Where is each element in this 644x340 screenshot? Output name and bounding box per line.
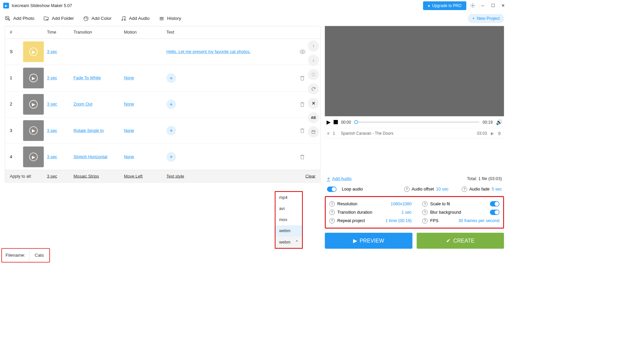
- calendar-button[interactable]: [308, 126, 319, 137]
- transition-link[interactable]: Stretch Horizontal: [74, 155, 107, 159]
- add-audio-button[interactable]: Add Audio: [121, 16, 150, 22]
- transition-link[interactable]: Rotate Single In: [74, 128, 104, 133]
- fps-value[interactable]: 30 frames per second: [459, 218, 500, 223]
- svg-point-0: [472, 5, 473, 6]
- resolution-value[interactable]: 1080x1080: [391, 202, 412, 206]
- transition-link[interactable]: Fade To White: [74, 76, 101, 80]
- upgrade-button[interactable]: ♦ Upgrade to PRO: [423, 1, 466, 10]
- scale-to-fit-toggle[interactable]: [490, 201, 499, 207]
- play-icon: ▶: [29, 74, 38, 82]
- menu-icon[interactable]: ≡: [327, 131, 330, 135]
- repeat-project-value[interactable]: 1 time (00:19): [385, 218, 412, 223]
- seek-slider[interactable]: [354, 122, 479, 123]
- time-link[interactable]: 3 sec: [47, 102, 57, 106]
- play-button[interactable]: ▶: [327, 119, 331, 125]
- audio-fade-label: Audio fade: [469, 187, 489, 192]
- new-project-button[interactable]: + New Project: [468, 14, 504, 23]
- add-color-button[interactable]: Add Color: [83, 16, 112, 22]
- maximize-icon[interactable]: ☐: [490, 3, 496, 8]
- apply-transition[interactable]: Mosaic Strips: [74, 174, 99, 178]
- shuffle-button[interactable]: ✕: [308, 98, 319, 109]
- help-icon[interactable]: ?: [404, 186, 410, 192]
- track-delete-icon[interactable]: 🗑: [498, 131, 502, 135]
- filename-input[interactable]: Cats: [29, 253, 49, 258]
- audio-fade-value[interactable]: 5 sec: [492, 187, 502, 192]
- apply-time[interactable]: 3 sec: [47, 174, 57, 178]
- transition-duration-value[interactable]: 1 sec: [401, 210, 412, 215]
- format-dropdown: mp4avimovwebm webm ⌃: [275, 191, 303, 249]
- help-icon[interactable]: ?: [422, 210, 428, 215]
- motion-link[interactable]: None: [124, 128, 134, 133]
- help-icon[interactable]: ?: [329, 201, 335, 207]
- preview-button[interactable]: ▶ PREVIEW: [325, 233, 412, 249]
- help-icon[interactable]: ?: [422, 218, 428, 223]
- volume-icon[interactable]: 🔊: [496, 119, 503, 125]
- blur-background-toggle[interactable]: [490, 210, 499, 215]
- help-icon[interactable]: ?: [422, 201, 428, 207]
- format-option-mov[interactable]: mov: [275, 214, 302, 225]
- toolbar: Add Photo Add Folder Add Color Add Audio…: [0, 11, 509, 26]
- audio-track-row: ≡ 1 Spanish Caravan - The Doors 03:03 ▶ …: [325, 128, 504, 139]
- minimize-icon[interactable]: ─: [480, 3, 485, 8]
- settings-icon[interactable]: [470, 3, 475, 8]
- add-folder-button[interactable]: Add Folder: [43, 16, 74, 22]
- total-time: 00:19: [483, 120, 493, 124]
- time-link[interactable]: 3 sec: [47, 128, 57, 133]
- svg-rect-14: [312, 130, 315, 133]
- apply-text-style[interactable]: Text style: [166, 174, 184, 178]
- row-number: 4: [10, 155, 23, 159]
- thumbnail[interactable]: ▶: [23, 68, 44, 88]
- transition-link[interactable]: Zoom Out: [74, 102, 92, 106]
- stop-button[interactable]: [334, 120, 338, 124]
- current-time: 00:00: [341, 120, 351, 124]
- time-link[interactable]: 3 sec: [47, 49, 57, 54]
- history-button[interactable]: History: [159, 16, 181, 22]
- help-icon[interactable]: ?: [329, 218, 335, 223]
- motion-link[interactable]: None: [124, 76, 134, 80]
- row-number: 1: [10, 76, 23, 80]
- add-text-button[interactable]: +: [166, 152, 176, 162]
- close-icon[interactable]: ✕: [500, 3, 506, 8]
- time-link[interactable]: 3 sec: [47, 76, 57, 80]
- thumbnail[interactable]: ▶: [23, 146, 44, 167]
- help-icon[interactable]: ?: [329, 210, 335, 215]
- add-audio-link[interactable]: +Add Audio: [327, 176, 351, 182]
- help-icon[interactable]: ?: [462, 186, 467, 192]
- format-selected[interactable]: webm ⌃: [275, 237, 302, 248]
- track-play-icon[interactable]: ▶: [491, 131, 494, 135]
- motion-link[interactable]: None: [124, 102, 134, 106]
- add-photo-button[interactable]: Add Photo: [5, 16, 34, 22]
- ab-button[interactable]: AB: [308, 112, 319, 123]
- slide-text[interactable]: Hello. Let me present my favorite cat ph…: [166, 49, 251, 54]
- motion-link[interactable]: None: [124, 155, 134, 159]
- time-link[interactable]: 3 sec: [47, 155, 57, 159]
- play-icon: ▶: [353, 238, 357, 244]
- add-text-button[interactable]: +: [166, 99, 176, 109]
- duplicate-button[interactable]: [308, 69, 319, 80]
- format-option-mp4[interactable]: mp4: [275, 192, 302, 203]
- row-number: 2: [10, 102, 23, 107]
- delete-icon[interactable]: [300, 154, 315, 160]
- refresh-button[interactable]: [308, 83, 319, 94]
- move-up-button[interactable]: ↑: [308, 40, 319, 51]
- add-text-button[interactable]: +: [166, 73, 176, 83]
- loop-audio-toggle[interactable]: [327, 186, 336, 192]
- thumbnail[interactable]: ▶: [23, 41, 44, 62]
- table-row: 1▶3 secFade To WhiteNone+: [5, 65, 320, 91]
- clear-button[interactable]: Clear: [305, 174, 315, 178]
- palette-icon: [83, 16, 89, 22]
- audio-offset-value[interactable]: 10 sec: [436, 187, 448, 192]
- track-duration: 03:03: [477, 131, 487, 135]
- player-bar: ▶ 00:00 00:19 🔊: [325, 116, 504, 128]
- apply-motion[interactable]: Move Left: [124, 174, 143, 178]
- thumbnail[interactable]: ▶: [23, 120, 44, 141]
- move-down-button[interactable]: ↓: [308, 55, 319, 66]
- create-button[interactable]: ✔ CREATE: [417, 233, 504, 249]
- format-option-avi[interactable]: avi: [275, 203, 302, 214]
- format-option-webm[interactable]: webm: [275, 225, 302, 237]
- thumbnail[interactable]: ▶: [23, 94, 44, 115]
- add-text-button[interactable]: +: [166, 126, 176, 135]
- track-name: Spanish Caravan - The Doors: [341, 131, 393, 135]
- right-panel: ▶ 00:00 00:19 🔊 ≡ 1 Spanish Caravan - Th…: [325, 26, 504, 249]
- track-number: 1: [333, 131, 335, 135]
